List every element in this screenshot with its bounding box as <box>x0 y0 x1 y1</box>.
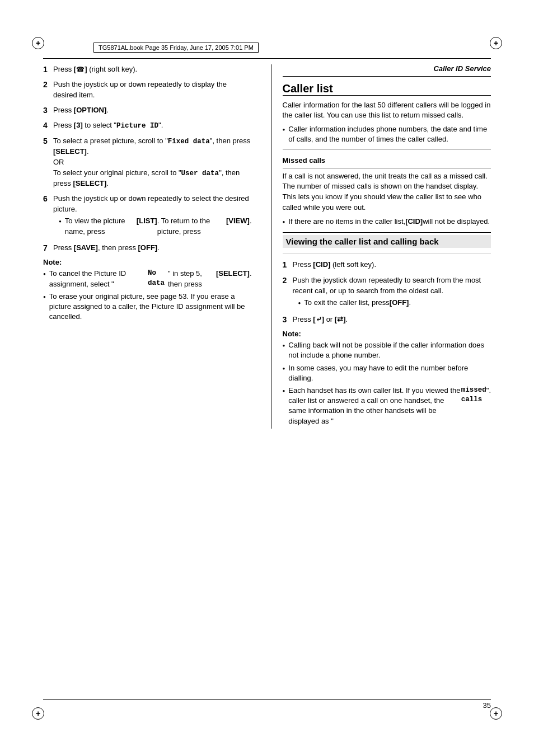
step-5-num: 5 <box>43 136 53 189</box>
viewing-step-2-content: Push the joystick down repeatedly to sea… <box>293 275 491 310</box>
step-2-content: Push the joystick up or down repeatedly … <box>53 79 252 101</box>
top-rule <box>43 58 491 59</box>
step-4-content: Press [3] to select "Picture ID". <box>53 120 252 132</box>
viewing-step-3-num: 3 <box>283 314 293 326</box>
right-note-2: In some cases, you may have to edit the … <box>283 363 491 383</box>
missed-calls-text: If a call is not answered, the unit trea… <box>283 171 491 213</box>
reg-mark-bl <box>32 707 44 720</box>
viewing-step-1-num: 1 <box>283 260 293 271</box>
viewing-step-3: 3 Press [⤶] or [⇄]. <box>283 314 491 326</box>
bottom-rule <box>43 699 491 700</box>
step-6-sub-1: To view the picture name, press [LIST]. … <box>59 216 252 236</box>
step-1: 1 Press [☎] (right soft key). <box>43 64 252 76</box>
viewing-section-title: Viewing the caller list and calling back <box>283 235 491 248</box>
reg-mark-tl <box>32 37 44 49</box>
step-7-num: 7 <box>43 243 53 254</box>
right-column: Caller ID Service Caller list Caller inf… <box>271 64 491 429</box>
right-note-1: Calling back will not be possible if the… <box>283 340 491 360</box>
step-6-num: 6 <box>43 194 53 238</box>
caller-list-title: Caller list <box>283 82 491 96</box>
viewing-step-3-content: Press [⤶] or [⇄]. <box>293 314 491 326</box>
left-note-2: To erase your original picture, see page… <box>43 292 252 322</box>
reg-mark-br <box>490 707 502 720</box>
left-note-section: Note: To cancel the Picture ID assignmen… <box>43 258 252 322</box>
meta-line: TG5871AL.book Page 35 Friday, June 17, 2… <box>93 43 259 53</box>
step-3-content: Press [OPTION]. <box>53 105 252 116</box>
left-note-title: Note: <box>43 258 252 266</box>
left-note-1: To cancel the Picture ID assignment, sel… <box>43 269 252 289</box>
viewing-step-1: 1 Press [CID] (left soft key). <box>283 260 491 271</box>
reg-mark-tr <box>490 37 502 49</box>
left-column: 1 Press [☎] (right soft key). 2 Push the… <box>43 64 257 429</box>
right-header: Caller ID Service <box>283 64 491 77</box>
viewing-step-1-content: Press [CID] (left soft key). <box>293 260 491 271</box>
step-6-content: Push the joystick up or down repeatedly … <box>53 194 252 238</box>
step-3-num: 3 <box>43 105 53 116</box>
step-4-num: 4 <box>43 120 53 132</box>
step-4: 4 Press [3] to select "Picture ID". <box>43 120 252 132</box>
right-note-list: Calling back will not be possible if the… <box>283 340 491 426</box>
step-6: 6 Push the joystick up or down repeatedl… <box>43 194 252 238</box>
step-2: 2 Push the joystick up or down repeatedl… <box>43 79 252 101</box>
viewing-step-2-sub-1: To exit the caller list, press [OFF]. <box>298 298 491 308</box>
step-5-content: To select a preset picture, scroll to "F… <box>53 136 252 189</box>
viewing-step-2-num: 2 <box>283 275 293 310</box>
caller-info-bullets: Caller information includes phone number… <box>283 124 491 144</box>
missed-calls-bullets: If there are no items in the caller list… <box>283 217 491 227</box>
step-2-num: 2 <box>43 79 53 101</box>
viewing-step-2: 2 Push the joystick down repeatedly to s… <box>283 275 491 310</box>
step-7-content: Press [SAVE], then press [OFF]. <box>53 243 252 254</box>
step-1-content: Press [☎] (right soft key). <box>53 64 252 76</box>
page-number: 35 <box>483 701 491 710</box>
step-7: 7 Press [SAVE], then press [OFF]. <box>43 243 252 254</box>
main-columns: 1 Press [☎] (right soft key). 2 Push the… <box>43 64 491 429</box>
viewing-section-wrapper: Viewing the caller list and calling back <box>283 232 491 254</box>
missed-calls-title: Missed calls <box>283 156 491 165</box>
caller-list-intro: Caller information for the last 50 diffe… <box>283 100 491 121</box>
step-5: 5 To select a preset picture, scroll to … <box>43 136 252 189</box>
caller-info-bullet-1: Caller information includes phone number… <box>283 124 491 144</box>
right-note-title: Note: <box>283 330 491 338</box>
right-note-section: Note: Calling back will not be possible … <box>283 330 491 426</box>
missed-calls-section: Missed calls <box>283 149 491 169</box>
missed-calls-bullet-1: If there are no items in the caller list… <box>283 217 491 227</box>
left-note-list: To cancel the Picture ID assignment, sel… <box>43 269 252 322</box>
right-note-3: Each handset has its own caller list. If… <box>283 386 491 426</box>
step-3: 3 Press [OPTION]. <box>43 105 252 116</box>
step-1-num: 1 <box>43 64 53 76</box>
